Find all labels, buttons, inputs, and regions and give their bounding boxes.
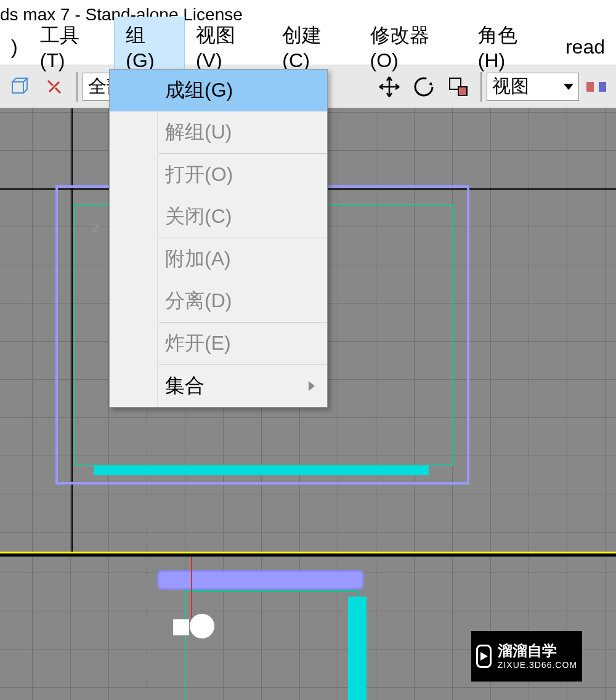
toolbar-unlink-icon[interactable]	[39, 72, 69, 102]
group-context-menu: 成组(G) 解组(U) 打开(O) 关闭(C) 附加(A) 分离(D) 炸开(E…	[109, 69, 328, 408]
menu-create[interactable]: 创建(C)	[271, 17, 359, 77]
watermark-main: 溜溜自学	[498, 642, 577, 660]
menu-partial[interactable]: )	[0, 31, 29, 63]
object-top-bar[interactable]	[157, 570, 364, 590]
watermark: 溜溜自学 ZIXUE.3D66.COM	[471, 631, 582, 682]
menu-bar: ) 工具(T) 组(G) 视图(V) 创建(C) 修改器(O) 角色(H) re…	[0, 30, 616, 65]
menu-item-attach[interactable]: 附加(A)	[110, 238, 327, 280]
watermark-sub: ZIXUE.3D66.COM	[498, 660, 577, 670]
viewport-divider[interactable]	[0, 552, 616, 557]
svg-rect-0	[12, 82, 23, 93]
menu-modifier[interactable]: 修改器(O)	[359, 17, 467, 77]
svg-rect-4	[586, 82, 594, 92]
toolbar-coord-label: 视图	[492, 74, 529, 99]
toolbar-move-icon[interactable]	[375, 72, 404, 102]
menu-item-explode[interactable]: 炸开(E)	[110, 323, 327, 364]
menu-role[interactable]: 角色(H)	[467, 17, 554, 77]
menu-view[interactable]: 视图(V)	[185, 17, 271, 77]
red-marker	[191, 557, 192, 618]
svg-rect-3	[458, 87, 467, 95]
toolbar-cube-icon[interactable]	[5, 72, 34, 102]
toolbar-rotate-icon[interactable]	[409, 72, 439, 102]
watermark-text: 溜溜自学 ZIXUE.3D66.COM	[498, 642, 577, 670]
watermark-play-icon	[476, 645, 492, 668]
menu-item-assembly[interactable]: 集合	[110, 365, 327, 407]
object-frame	[185, 590, 359, 700]
menu-tools[interactable]: 工具(T)	[29, 17, 115, 77]
menu-item-detach[interactable]: 分离(D)	[110, 280, 327, 322]
submenu-arrow-icon	[309, 381, 315, 391]
toolbar-pivot-icon[interactable]	[582, 72, 611, 102]
axis-z-label: z	[92, 220, 99, 235]
toolbar-separator	[76, 72, 78, 102]
svg-point-1	[415, 78, 432, 95]
menu-read[interactable]: read	[554, 31, 616, 63]
gizmo[interactable]	[172, 614, 216, 638]
dropdown-arrow-icon	[564, 84, 573, 90]
cyan-bottom-bar	[94, 465, 429, 475]
menu-item-group[interactable]: 成组(G)	[110, 70, 327, 111]
toolbar-coord-dropdown[interactable]: 视图	[487, 73, 579, 101]
menu-item-open[interactable]: 打开(O)	[110, 154, 327, 196]
menu-item-close[interactable]: 关闭(C)	[110, 196, 327, 238]
svg-rect-5	[599, 82, 606, 92]
menu-item-assembly-label: 集合	[165, 374, 205, 396]
menu-item-ungroup[interactable]: 解组(U)	[110, 111, 327, 153]
cyan-side-bar	[348, 597, 367, 700]
toolbar-separator-2	[480, 72, 482, 102]
toolbar-scale-icon[interactable]	[444, 72, 473, 102]
